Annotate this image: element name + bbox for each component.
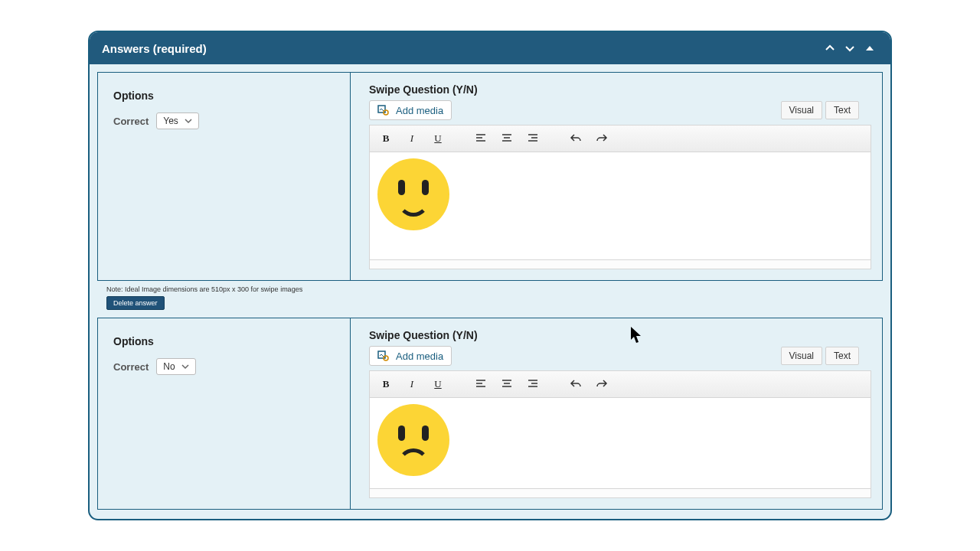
add-media-label: Add media bbox=[396, 350, 443, 362]
correct-label: Correct bbox=[113, 361, 149, 373]
editor-tabs: Visual Text bbox=[781, 101, 871, 119]
align-center-button[interactable] bbox=[498, 376, 515, 393]
editor-toolbar: B I U bbox=[370, 371, 871, 398]
redo-button[interactable] bbox=[593, 376, 610, 393]
editor-toolbar: B I U bbox=[370, 126, 871, 152]
expand-down-icon[interactable] bbox=[841, 40, 858, 57]
options-title: Options bbox=[113, 90, 335, 102]
align-left-button[interactable] bbox=[472, 130, 489, 147]
editor-column: Swipe Question (Y/N) Add media Visual Te… bbox=[351, 73, 882, 280]
swipe-question-title: Swipe Question (Y/N) bbox=[358, 73, 882, 100]
options-column: Options Correct Yes bbox=[98, 73, 351, 280]
correct-label: Correct bbox=[113, 116, 149, 127]
panel-body: Options Correct Yes Swipe Question (Y/N) bbox=[90, 64, 890, 519]
mouse-cursor-icon bbox=[630, 326, 644, 344]
panel-title: Answers (required) bbox=[102, 42, 818, 55]
italic-button[interactable]: I bbox=[403, 376, 420, 393]
media-row: Add media Visual Text bbox=[358, 346, 882, 370]
editor-statusbar bbox=[370, 488, 871, 497]
editor-statusbar bbox=[370, 259, 871, 269]
image-note: Note: Ideal Image dimensions are 510px x… bbox=[106, 285, 874, 293]
media-icon bbox=[377, 350, 390, 362]
correct-value: Yes bbox=[163, 116, 178, 126]
correct-row: Correct No bbox=[113, 358, 335, 375]
editor-column: Swipe Question (Y/N) Add media Visual Te… bbox=[351, 318, 882, 509]
bold-button[interactable]: B bbox=[377, 376, 394, 393]
happy-face-image bbox=[377, 158, 449, 230]
tab-visual[interactable]: Visual bbox=[781, 101, 822, 119]
between-rows: Note: Ideal Image dimensions are 510px x… bbox=[97, 281, 883, 318]
swipe-question-title: Swipe Question (Y/N) bbox=[358, 318, 882, 346]
italic-button[interactable]: I bbox=[403, 130, 420, 147]
correct-row: Correct Yes bbox=[113, 112, 335, 129]
correct-select[interactable]: No bbox=[156, 358, 195, 375]
tab-visual[interactable]: Visual bbox=[781, 347, 822, 365]
rich-text-editor: B I U bbox=[369, 125, 871, 269]
options-title: Options bbox=[113, 335, 335, 347]
tab-text[interactable]: Text bbox=[825, 347, 859, 365]
tab-text[interactable]: Text bbox=[825, 101, 859, 119]
panel-header: Answers (required) bbox=[90, 32, 890, 64]
align-center-button[interactable] bbox=[498, 130, 515, 147]
bold-button[interactable]: B bbox=[377, 130, 394, 147]
chevron-down-icon bbox=[185, 117, 192, 125]
media-icon bbox=[377, 104, 390, 116]
chevron-down-icon bbox=[181, 363, 189, 370]
answer-row: Options Correct No Swipe Question (Y/N) bbox=[97, 318, 883, 510]
correct-select[interactable]: Yes bbox=[156, 112, 199, 129]
undo-button[interactable] bbox=[567, 376, 584, 393]
rich-text-editor: B I U bbox=[369, 370, 871, 498]
add-media-label: Add media bbox=[396, 105, 443, 116]
options-column: Options Correct No bbox=[98, 318, 351, 509]
align-right-button[interactable] bbox=[524, 130, 541, 147]
editor-tabs: Visual Text bbox=[781, 347, 871, 365]
answers-panel: Answers (required) Options Correct Yes bbox=[88, 31, 892, 520]
correct-value: No bbox=[163, 361, 175, 372]
add-media-button[interactable]: Add media bbox=[369, 346, 452, 366]
editor-canvas[interactable] bbox=[370, 398, 871, 488]
undo-button[interactable] bbox=[567, 130, 584, 147]
collapse-up-icon[interactable] bbox=[822, 40, 838, 57]
sad-face-image bbox=[377, 404, 449, 476]
editor-canvas[interactable] bbox=[370, 152, 871, 259]
triangle-up-icon[interactable] bbox=[861, 40, 878, 57]
redo-button[interactable] bbox=[593, 130, 610, 147]
underline-button[interactable]: U bbox=[430, 376, 446, 393]
add-media-button[interactable]: Add media bbox=[369, 100, 452, 120]
underline-button[interactable]: U bbox=[430, 130, 446, 147]
answer-row: Options Correct Yes Swipe Question (Y/N) bbox=[97, 72, 883, 281]
media-row: Add media Visual Text bbox=[358, 100, 882, 125]
delete-answer-button[interactable]: Delete answer bbox=[106, 296, 165, 310]
align-left-button[interactable] bbox=[472, 376, 489, 393]
align-right-button[interactable] bbox=[524, 376, 541, 393]
